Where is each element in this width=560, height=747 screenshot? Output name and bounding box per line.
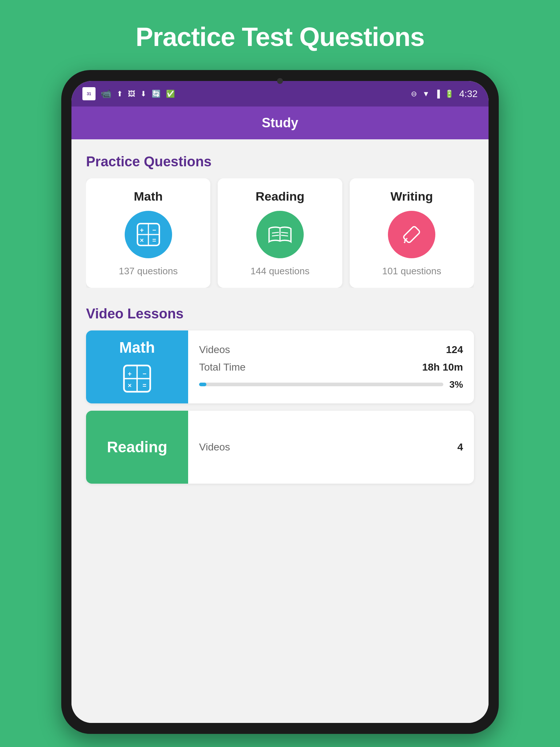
math-progress-container: 3% bbox=[199, 379, 463, 390]
writing-icon-circle bbox=[388, 211, 435, 258]
svg-line-8 bbox=[272, 232, 279, 233]
check-icon: ✅ bbox=[166, 89, 175, 98]
svg-text:×: × bbox=[140, 237, 144, 244]
math-video-icon: + − × = bbox=[121, 362, 153, 395]
image-icon: 🖼 bbox=[128, 90, 135, 98]
tablet-frame: 31 📹 ⬆ 🖼 ⬇ 🔄 ✅ ⊖ ▼ ▐ 🔋 4:32 Study bbox=[61, 70, 499, 734]
video-lessons-title: Video Lessons bbox=[86, 306, 474, 322]
reading-card-label: Reading bbox=[256, 189, 304, 204]
reading-video-left: Reading bbox=[86, 411, 188, 484]
download-icon: ⬇ bbox=[140, 89, 147, 98]
tablet-inner: 31 📹 ⬆ 🖼 ⬇ 🔄 ✅ ⊖ ▼ ▐ 🔋 4:32 Study bbox=[71, 81, 489, 723]
svg-text:+: + bbox=[128, 370, 132, 378]
math-video-right: Videos 124 Total Time 18h 10m 3% bbox=[188, 330, 474, 403]
video-lessons-section: Video Lessons Math + − × = bbox=[86, 306, 474, 484]
status-right: ⊖ ▼ ▐ 🔋 4:32 bbox=[411, 88, 478, 100]
camera-bump bbox=[277, 78, 283, 84]
math-icon-circle: + − × = bbox=[125, 211, 172, 258]
sync-icon: 🔄 bbox=[152, 89, 161, 98]
video-camera-icon: 📹 bbox=[101, 89, 112, 99]
svg-text:=: = bbox=[152, 237, 156, 244]
status-bar: 31 📹 ⬆ 🖼 ⬇ 🔄 ✅ ⊖ ▼ ▐ 🔋 4:32 bbox=[71, 81, 489, 107]
svg-text:+: + bbox=[140, 227, 144, 234]
math-time-row: Total Time 18h 10m bbox=[199, 361, 463, 373]
svg-line-9 bbox=[272, 235, 279, 236]
practice-questions-title: Practice Questions bbox=[86, 154, 474, 170]
math-video-lesson-card[interactable]: Math + − × = Videos bbox=[86, 330, 474, 403]
math-time-value: 18h 10m bbox=[422, 361, 463, 373]
status-left: 31 📹 ⬆ 🖼 ⬇ 🔄 ✅ bbox=[82, 87, 175, 100]
reading-video-lesson-card[interactable]: Reading Videos 4 bbox=[86, 411, 474, 484]
math-progress-percent: 3% bbox=[449, 379, 463, 390]
reading-icon-svg bbox=[265, 220, 295, 249]
app-bar-title: Study bbox=[262, 115, 298, 131]
calendar-icon: 31 bbox=[82, 87, 96, 100]
svg-line-10 bbox=[281, 232, 288, 233]
svg-text:=: = bbox=[143, 382, 147, 389]
writing-card-label: Writing bbox=[390, 189, 433, 204]
reading-videos-row: Videos 4 bbox=[199, 441, 463, 453]
practice-questions-section: Practice Questions Math + bbox=[86, 154, 474, 288]
writing-questions-count: 101 questions bbox=[382, 266, 441, 277]
upload-icon: ⬆ bbox=[117, 89, 123, 98]
mute-icon: ⊖ bbox=[411, 89, 417, 98]
reading-practice-card[interactable]: Reading 144 q bbox=[218, 178, 342, 288]
reading-video-title: Reading bbox=[107, 438, 167, 456]
status-time: 4:32 bbox=[459, 88, 478, 100]
math-icon-svg: + − × = bbox=[134, 220, 163, 249]
writing-icon-svg bbox=[397, 220, 426, 249]
page-title: Practice Test Questions bbox=[136, 22, 424, 52]
math-practice-card[interactable]: Math + − × bbox=[86, 178, 210, 288]
math-questions-count: 137 questions bbox=[119, 266, 178, 277]
math-video-title: Math bbox=[119, 339, 155, 356]
math-videos-row: Videos 124 bbox=[199, 344, 463, 356]
reading-videos-label: Videos bbox=[199, 441, 230, 453]
math-videos-label: Videos bbox=[199, 344, 230, 356]
practice-cards-row: Math + − × bbox=[86, 178, 474, 288]
writing-practice-card[interactable]: Writing 101 questions bbox=[350, 178, 474, 288]
math-progress-bar bbox=[199, 383, 443, 386]
main-content: Practice Questions Math + bbox=[71, 139, 489, 723]
svg-text:−: − bbox=[152, 227, 156, 234]
math-card-label: Math bbox=[134, 189, 163, 204]
svg-text:−: − bbox=[143, 370, 147, 378]
reading-video-right: Videos 4 bbox=[188, 411, 474, 484]
app-bar: Study bbox=[71, 107, 489, 139]
wifi-icon: ▼ bbox=[422, 90, 429, 98]
reading-questions-count: 144 questions bbox=[250, 266, 310, 277]
svg-text:×: × bbox=[128, 382, 132, 389]
reading-icon-circle bbox=[256, 211, 304, 258]
battery-icon: 🔋 bbox=[445, 89, 454, 98]
signal-icon: ▐ bbox=[435, 90, 440, 98]
math-videos-value: 124 bbox=[446, 344, 463, 356]
math-progress-fill bbox=[199, 383, 206, 386]
reading-videos-value: 4 bbox=[457, 441, 463, 453]
math-video-left: Math + − × = bbox=[86, 330, 188, 403]
svg-line-11 bbox=[281, 235, 288, 236]
math-time-label: Total Time bbox=[199, 361, 246, 373]
